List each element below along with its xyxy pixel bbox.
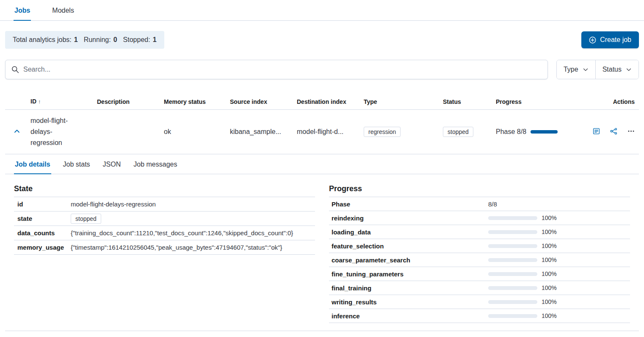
status-filter-button[interactable]: Status (595, 60, 638, 79)
search-input[interactable] (23, 66, 542, 73)
stat-total-value: 1 (74, 36, 78, 44)
state-section: State id model-flight-delays-regression … (14, 184, 315, 323)
type-filter-label: Type (564, 66, 578, 73)
search-icon (11, 66, 19, 73)
state-row-state: state stopped (14, 212, 315, 226)
status-filter-label: Status (603, 66, 622, 73)
cell-destination-index: model-flight-d... (297, 128, 364, 136)
cell-memory-status: ok (164, 128, 230, 136)
progress-phase-text: Phase 8/8 (496, 128, 526, 136)
analytics-map-icon (610, 128, 617, 135)
header-progress[interactable]: Progress (496, 98, 580, 105)
progress-bar (488, 314, 537, 318)
state-title: State (14, 184, 315, 193)
view-map-button[interactable] (610, 128, 617, 135)
jobs-stats-banner: Total analytics jobs: 1 Running: 0 Stopp… (5, 31, 164, 49)
stat-total: Total analytics jobs: 1 (13, 36, 78, 44)
primary-tabs: Jobs Models (0, 0, 644, 21)
progress-bar (488, 272, 537, 276)
state-badge: stopped (71, 214, 101, 224)
progress-bar (488, 258, 537, 262)
progress-bar (488, 300, 537, 304)
tab-models[interactable]: Models (51, 0, 75, 21)
progress-row: final_training 100% (329, 281, 630, 295)
chevron-up-icon (14, 128, 20, 135)
header-destination-index[interactable]: Destination index (297, 98, 364, 105)
tab-job-messages[interactable]: Job messages (133, 154, 178, 174)
progress-row: inference 100% (329, 309, 630, 323)
progress-table: Phase 8/8 reindexing 100% loading_data 1… (329, 197, 630, 323)
tab-jobs[interactable]: Jobs (14, 0, 31, 21)
collapse-row-button[interactable] (13, 127, 21, 137)
view-job-button[interactable] (593, 128, 600, 135)
progress-row-phase: Phase 8/8 (329, 197, 630, 211)
detail-content: State id model-flight-delays-regression … (5, 174, 639, 331)
progress-title: Progress (329, 184, 630, 193)
status-badge: stopped (443, 127, 473, 137)
create-job-button[interactable]: Create job (581, 31, 639, 48)
phase-value: 8/8 (488, 201, 497, 208)
progress-row: reindexing 100% (329, 211, 630, 225)
stat-running-value: 0 (113, 36, 117, 44)
tab-json[interactable]: JSON (102, 154, 122, 174)
state-row-data-counts: data_counts {"training_docs_count":11210… (14, 226, 315, 240)
create-job-label: Create job (600, 36, 631, 44)
progress-row: writing_results 100% (329, 295, 630, 309)
analytics-jobs-table: ID↑ Description Memory status Source ind… (5, 94, 639, 154)
header-memory-status[interactable]: Memory status (164, 98, 230, 105)
plus-circle-icon (589, 36, 596, 44)
progress-bar (531, 130, 558, 134)
chevron-down-icon (626, 67, 632, 72)
header-description[interactable]: Description (97, 98, 164, 105)
header-status[interactable]: Status (443, 98, 496, 105)
tab-job-details[interactable]: Job details (14, 154, 51, 174)
detail-tabs: Job details Job stats JSON Job messages (5, 154, 639, 174)
more-actions-button[interactable] (627, 128, 635, 135)
state-table: id model-flight-delays-regression state … (14, 197, 315, 255)
cell-status: stopped (443, 127, 496, 137)
progress-row: coarse_parameter_search 100% (329, 253, 630, 267)
type-filter-button[interactable]: Type (557, 60, 595, 79)
cell-job-id: model-flight-delays-regression (30, 115, 97, 148)
filter-group: Type Status (556, 60, 639, 79)
row-expand-cell (5, 127, 30, 137)
tab-job-stats[interactable]: Job stats (62, 154, 91, 174)
header-id[interactable]: ID↑ (30, 96, 97, 107)
progress-row: feature_selection 100% (329, 239, 630, 253)
state-row-id: id model-flight-delays-regression (14, 197, 315, 212)
header-source-index[interactable]: Source index (230, 98, 297, 105)
stat-total-label: Total analytics jobs: (13, 36, 72, 44)
list-details-icon (593, 128, 600, 135)
search-box[interactable] (5, 60, 548, 79)
progress-bar (488, 286, 537, 290)
header-actions: Actions (580, 98, 639, 105)
progress-bar (488, 244, 537, 248)
sort-asc-icon: ↑ (38, 98, 41, 105)
stat-running-label: Running: (84, 36, 111, 44)
job-detail-panel: Job details Job stats JSON Job messages … (5, 154, 639, 331)
stat-stopped: Stopped: 1 (123, 36, 157, 44)
header-type[interactable]: Type (364, 98, 443, 105)
progress-bar (488, 230, 537, 234)
chevron-down-icon (583, 67, 589, 72)
cell-progress: Phase 8/8 (496, 128, 580, 136)
progress-row: loading_data 100% (329, 225, 630, 239)
ellipsis-icon (627, 128, 635, 135)
search-row: Type Status (5, 60, 639, 79)
type-badge: regression (364, 127, 401, 137)
cell-type: regression (364, 127, 443, 137)
table-header-row: ID↑ Description Memory status Source ind… (5, 94, 639, 110)
table-row: model-flight-delays-regression ok kibana… (5, 110, 639, 154)
stat-stopped-label: Stopped: (123, 36, 150, 44)
progress-section: Progress Phase 8/8 reindexing 100% loadi… (329, 184, 630, 323)
cell-actions (580, 128, 639, 136)
progress-bar (488, 216, 537, 220)
stat-stopped-value: 1 (153, 36, 157, 44)
cell-source-index: kibana_sample... (230, 128, 297, 136)
state-row-memory-usage: memory_usage {"timestamp":1614210256045,… (14, 240, 315, 255)
stat-running: Running: 0 (84, 36, 117, 44)
progress-row: fine_tuning_parameters 100% (329, 267, 630, 281)
stats-row: Total analytics jobs: 1 Running: 0 Stopp… (5, 31, 639, 49)
